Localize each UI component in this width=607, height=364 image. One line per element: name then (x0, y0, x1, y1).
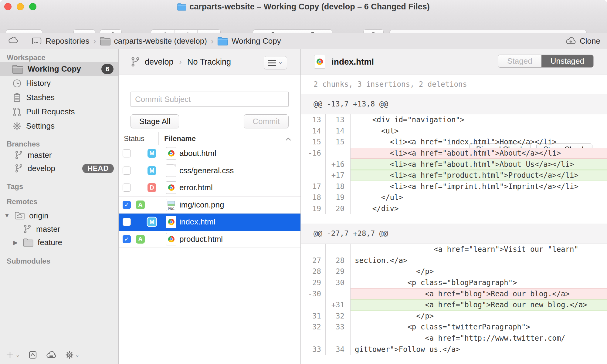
settings-menu-button[interactable]: ⌄ (65, 350, 80, 359)
stage-all-button[interactable]: Stage All (131, 114, 179, 128)
diff-line[interactable]: 1313 <div id="navigation"> (301, 114, 607, 126)
code-text: <li><a href="product.html">Product</a></… (351, 170, 607, 181)
sidebar-item-settings[interactable]: Settings (0, 119, 118, 133)
file-name: about.html (179, 149, 216, 158)
file-stage-checkbox[interactable] (123, 167, 131, 175)
cloud-icon[interactable] (8, 35, 19, 47)
diff-line[interactable]: 1515 <li><a href="index.html">Home</a></… (301, 136, 607, 148)
branch-icon (130, 57, 141, 67)
diff-line[interactable]: 2930 <p class="blogParagraph"> (301, 277, 607, 288)
chunk-header: @@ -27,7 +28,7 @@ Discard Chunk Stage Ch… (301, 224, 607, 244)
file-stage-checkbox[interactable]: ✓ (123, 201, 131, 209)
sidebar-item-working-copy[interactable]: Working Copy 6 (0, 62, 118, 76)
window-title: carparts-website – Working Copy (develop… (189, 2, 430, 12)
file-stage-checkbox[interactable] (123, 184, 131, 192)
code-text: <p class="twitterParagraph"> (351, 322, 607, 333)
new-line-number (326, 148, 351, 159)
submodules-header: Submodules (0, 257, 118, 265)
old-line-number: 31 (301, 311, 326, 322)
diff-line[interactable]: <a href="http://www.twitter.com/ (301, 333, 607, 344)
file-row[interactable]: Mabout.html (119, 145, 300, 162)
commit-subject-input[interactable] (131, 92, 289, 107)
diff-line[interactable]: 3233 <p class="twitterParagraph"> (301, 322, 607, 333)
code-text: </p> (351, 311, 607, 322)
close-window-button[interactable] (4, 3, 12, 10)
diff-line[interactable]: -16 <li><a href="about.html">About</a></… (301, 148, 607, 159)
chunk-lines: 1313 <div id="navigation">1414 <ul>1515 … (301, 114, 607, 214)
file-row[interactable]: Mcss/general.css (119, 162, 300, 180)
add-repository-button[interactable]: ⌄ (5, 350, 20, 359)
sidebar-remote-origin[interactable]: ▼ origin (0, 209, 118, 222)
traffic-lights (4, 3, 36, 10)
diff-line[interactable]: -30 <a href="blog">Read our blog.</a> (301, 288, 607, 299)
sidebar-item-label: Working Copy (28, 64, 81, 74)
diff-line[interactable]: 1920 </div> (301, 203, 607, 214)
diff-line[interactable]: 1819 </ul> (301, 192, 607, 203)
file-stage-checkbox[interactable] (123, 218, 131, 226)
clone-button[interactable]: Clone (565, 36, 600, 46)
sort-ascending-icon[interactable] (285, 134, 291, 143)
diff-file-name: index.html (331, 57, 374, 67)
diff-line[interactable]: 1718 <li><a href="imprint.html">Imprint<… (301, 181, 607, 192)
sidebar-remote-branch-master[interactable]: master (0, 222, 118, 236)
tab-staged[interactable]: Staged (498, 55, 541, 67)
new-line-number (326, 244, 351, 255)
sidebar-bottom-bar: ⌄ ⌄ (0, 346, 118, 364)
sidebar-item-history[interactable]: History (0, 76, 118, 90)
old-line-number (301, 333, 326, 344)
sidebar-remote-folder-feature[interactable]: ▶ feature (0, 236, 118, 249)
sidebar-item-stashes[interactable]: Stashes (0, 90, 118, 105)
diff-line[interactable]: 2829 </p> (301, 266, 607, 277)
tab-unstaged[interactable]: Unstaged (541, 55, 593, 67)
export-button[interactable] (28, 350, 38, 360)
disclosure-triangle-down-icon[interactable]: ▼ (4, 212, 10, 219)
diff-line[interactable]: 3132 </p> (301, 311, 607, 322)
sidebar-item-pull-requests[interactable]: Pull Requests (0, 105, 118, 119)
hamburger-icon (268, 60, 276, 66)
diff-line[interactable]: +17 <li><a href="product.html">Product</… (301, 170, 607, 181)
file-row[interactable]: ✓APNGimg/icon.png (119, 197, 300, 214)
diff-line[interactable]: 1414 <ul> (301, 126, 607, 137)
current-branch-label[interactable]: develop (145, 57, 174, 67)
filename-column-header[interactable]: Filename (159, 134, 196, 143)
new-line-number: 14 (326, 126, 351, 137)
view-options-button[interactable]: ⌄ (264, 56, 287, 69)
diff-line[interactable]: +16 <li><a href="about.html">About Us</a… (301, 159, 607, 170)
pull-request-icon (12, 107, 22, 117)
new-line-number: 13 (326, 114, 351, 126)
diff-line[interactable]: <a href="learn">Visit our "learn" (301, 244, 607, 255)
new-line-number: +16 (326, 159, 351, 170)
new-line-number (326, 288, 351, 299)
file-stage-checkbox[interactable]: ✓ (123, 235, 131, 243)
branch-status-bar: develop › No Tracking ⌄ (119, 49, 300, 75)
breadcrumb-working-copy[interactable]: Working Copy (217, 36, 281, 46)
zoom-window-button[interactable] (29, 3, 36, 10)
breadcrumb: Repositories › carparts-website (develop… (0, 33, 607, 49)
sidebar-branch-master[interactable]: master (0, 148, 118, 162)
old-line-number: 15 (301, 136, 326, 148)
diff-line[interactable]: +31 <a href="blog">Read our new blog.</a… (301, 299, 607, 311)
file-row[interactable]: Mindex.html (119, 214, 300, 231)
breadcrumb-repository[interactable]: carparts-website (develop) (100, 36, 207, 46)
chevron-down-icon: ⌄ (278, 58, 283, 65)
diff-line[interactable]: 3334gittower">Follow us.</a> (301, 344, 607, 355)
html-file-icon (166, 181, 176, 194)
sidebar-item-label: History (26, 79, 51, 88)
file-stage-checkbox[interactable] (123, 149, 131, 157)
file-row[interactable]: ✓Aproduct.html (119, 231, 300, 248)
status-column-header[interactable]: Status (119, 134, 158, 143)
tracking-status-label[interactable]: No Tracking (187, 57, 231, 67)
old-line-number: 28 (301, 266, 326, 277)
new-line-number: 29 (326, 266, 351, 277)
breadcrumb-repositories[interactable]: Repositories (31, 36, 90, 46)
file-name: product.html (179, 234, 223, 244)
sidebar-branch-develop[interactable]: develop HEAD (0, 162, 118, 175)
commit-button[interactable]: Commit (244, 114, 289, 128)
minimize-window-button[interactable] (17, 3, 24, 10)
cloud-services-button[interactable] (46, 350, 57, 360)
code-text: </ul> (351, 192, 607, 203)
code-text: <div id="navigation"> (351, 114, 607, 126)
file-row[interactable]: Derror.html (119, 179, 300, 197)
diff-line[interactable]: 2728section.</a> (301, 255, 607, 266)
disclosure-triangle-right-icon[interactable]: ▶ (12, 239, 19, 246)
